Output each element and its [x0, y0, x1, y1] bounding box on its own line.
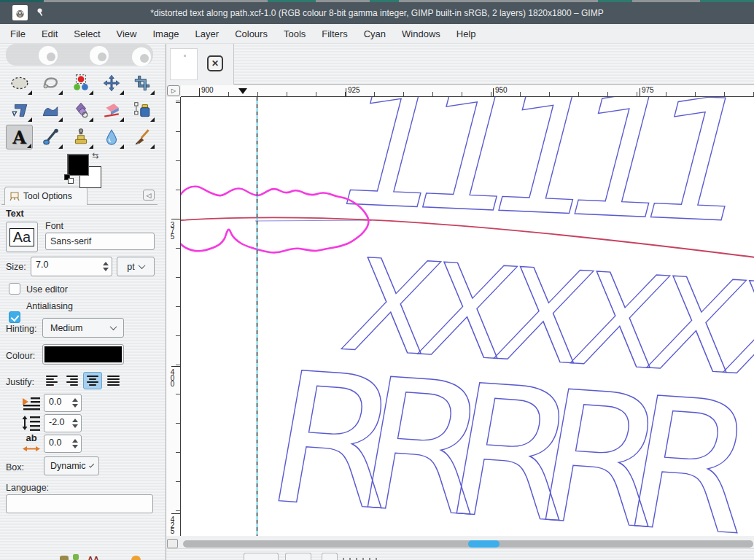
antialiasing-checkbox[interactable]	[9, 311, 20, 323]
spin-up-icon[interactable]	[103, 262, 109, 265]
menu-edit[interactable]: Edit	[34, 26, 66, 42]
h-ruler-label-950: 950	[495, 86, 508, 94]
thumbnail-speck	[184, 55, 186, 57]
blur-tool-button[interactable]	[98, 125, 125, 149]
statusbar-button[interactable]	[244, 553, 279, 560]
hinting-dropdown[interactable]: Medium	[42, 318, 124, 338]
foreground-color-swatch[interactable]	[67, 154, 89, 176]
menu-select[interactable]: Select	[66, 26, 108, 42]
close-tab-button[interactable]: ✕	[207, 55, 223, 71]
warp-transform-tool-button[interactable]	[36, 98, 63, 122]
justify-right-button[interactable]	[63, 372, 82, 389]
free-select-tool-button[interactable]	[36, 71, 63, 96]
font-input[interactable]	[45, 233, 155, 250]
swap-colors-icon[interactable]: ⇆	[92, 151, 98, 160]
menu-file[interactable]: File	[2, 26, 34, 42]
justify-fill-button[interactable]	[104, 372, 123, 389]
eraser-icon	[102, 101, 121, 120]
statusbar-button[interactable]	[285, 553, 311, 560]
vertical-ruler[interactable]: 375 400 425	[166, 97, 181, 536]
reset-button[interactable]	[131, 556, 141, 560]
font-preview-button[interactable]: Aa	[6, 222, 38, 252]
menu-image[interactable]: Image	[144, 26, 187, 42]
move-tool-button[interactable]	[98, 71, 125, 96]
menu-tools[interactable]: Tools	[276, 26, 314, 42]
paintbrush-tool-button[interactable]	[128, 125, 155, 149]
menu-view[interactable]: View	[109, 26, 145, 42]
default-colors-icon[interactable]	[64, 174, 74, 184]
statusbar-button[interactable]	[322, 553, 338, 560]
size-label: Size:	[6, 262, 26, 272]
canvas-surface[interactable]: 11111 XXXXXX RRRRR	[181, 97, 754, 536]
flip-transform-tool-button[interactable]	[6, 98, 33, 122]
indent-spin-arrows[interactable]	[69, 394, 81, 411]
language-label: Language:	[6, 483, 49, 493]
indent-icon	[22, 394, 41, 413]
indent-value: 0.0	[44, 394, 69, 411]
justify-left-button[interactable]	[42, 372, 61, 389]
statusbar	[166, 548, 754, 560]
text-outline-row-ars: RRRRR	[254, 333, 754, 536]
box-dropdown[interactable]: Dynamic	[44, 456, 99, 475]
window-title: *distorted text along path.xcf-1.0 (RGB …	[0, 8, 754, 18]
ruler-corner-button[interactable]: ▷	[167, 85, 180, 96]
menu-help[interactable]: Help	[448, 26, 484, 42]
menu-colours[interactable]: Colours	[227, 26, 276, 42]
tool-name-heading: Text	[6, 209, 24, 219]
clone-tool-button[interactable]	[67, 125, 94, 149]
chevron-down-icon	[138, 262, 145, 269]
indent-spinner[interactable]: 0.0	[44, 394, 82, 412]
crop-tool-button[interactable]	[128, 71, 155, 96]
font-preview-label: Aa	[9, 228, 34, 246]
wilber-header-decoration	[6, 44, 153, 70]
chevron-down-icon	[110, 323, 117, 330]
gimp-window: *distorted text along path.xcf-1.0 (RGB …	[0, 0, 754, 560]
size-spin-arrows[interactable]	[100, 257, 112, 276]
text-tool-button[interactable]: A	[6, 125, 33, 149]
editor-font-button[interactable]: AA	[88, 555, 105, 560]
handle-transform-tool-button[interactable]	[67, 98, 94, 122]
scrollbar-thumb[interactable]	[468, 540, 500, 548]
language-input[interactable]	[6, 494, 153, 513]
quick-mask-toggle[interactable]	[167, 539, 178, 548]
h-ruler-label-925: 925	[348, 86, 360, 94]
horizontal-ruler[interactable]: 900 925 950 975	[181, 85, 754, 97]
letter-spacing-spin-arrows[interactable]	[69, 435, 81, 452]
canvas-viewport[interactable]: 11111 XXXXXX RRRRR	[181, 97, 754, 536]
letter-spacing-icon: ab	[22, 434, 41, 455]
horizontal-scrollbar[interactable]	[183, 540, 753, 548]
v-ruler-label-375: 375	[168, 221, 176, 238]
menu-layer[interactable]: Layer	[187, 26, 228, 42]
titlebar[interactable]: *distorted text along path.xcf-1.0 (RGB …	[0, 2, 754, 24]
tool-options-tab[interactable]: Tool Options	[4, 187, 88, 205]
menu-filters[interactable]: Filters	[314, 26, 355, 42]
line-spacing-spinner[interactable]: -2.0	[44, 414, 82, 432]
text-colour-button[interactable]	[42, 344, 124, 365]
hinting-value: Medium	[50, 323, 82, 333]
menu-windows[interactable]: Windows	[394, 26, 448, 42]
letter-spacing-spinner[interactable]: 0.0	[44, 435, 82, 453]
menu-cyan[interactable]: Cyan	[356, 26, 394, 42]
panel-collapse-button[interactable]: ◁	[143, 190, 155, 201]
ink-tool-button[interactable]	[128, 98, 155, 122]
spin-down-icon[interactable]	[103, 268, 109, 271]
line-spacing-spin-arrows[interactable]	[69, 415, 81, 432]
h-ruler-label-900: 900	[201, 86, 214, 94]
use-editor-checkbox[interactable]	[9, 283, 20, 295]
size-unit-dropdown[interactable]: pt	[117, 257, 155, 276]
restore-preset-button[interactable]	[73, 554, 79, 560]
justify-label: Justify:	[6, 377, 34, 387]
eraser-tool-button[interactable]	[98, 98, 125, 122]
select-by-color-tool-button[interactable]	[67, 71, 94, 96]
justify-center-button[interactable]	[83, 372, 102, 389]
tool-options-icon	[9, 192, 20, 201]
image-tab-thumbnail[interactable]	[170, 48, 198, 80]
size-unit-value: pt	[127, 262, 134, 272]
move-icon	[102, 74, 121, 93]
ellipse-select-tool-button[interactable]	[6, 71, 33, 96]
size-spinner[interactable]: 7.0	[31, 257, 112, 276]
save-preset-button[interactable]	[60, 556, 69, 560]
ruler-position-marker	[238, 88, 247, 94]
color-picker-tool-button[interactable]	[36, 125, 63, 149]
paintbrush-icon	[133, 128, 152, 147]
